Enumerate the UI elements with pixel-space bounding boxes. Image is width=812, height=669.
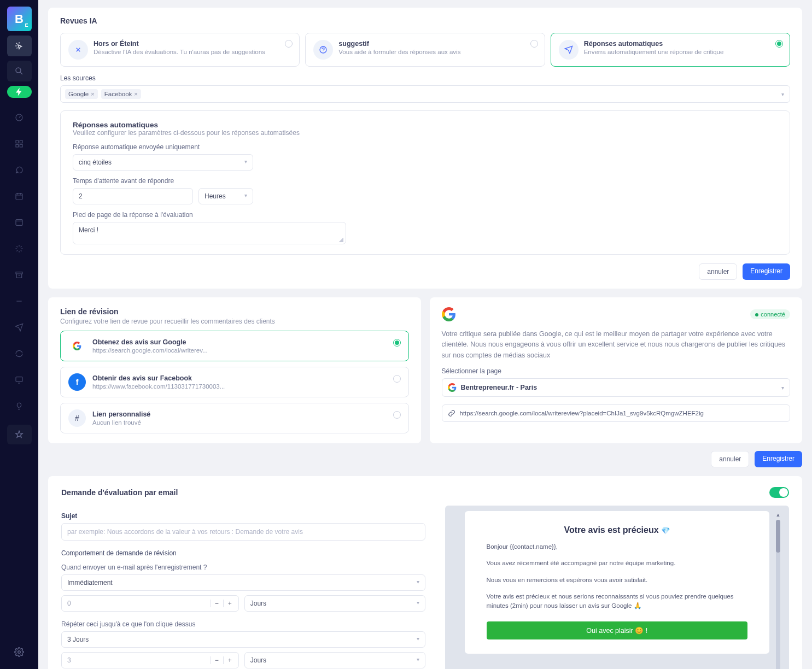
- nav-cursor[interactable]: [7, 36, 32, 56]
- cancel-button[interactable]: annuler: [711, 451, 749, 467]
- link-google-title: Obtenez des avis sur Google: [92, 338, 208, 346]
- connected-badge: connecté: [750, 309, 790, 319]
- link-google[interactable]: Obtenez des avis sur Google https://sear…: [60, 331, 409, 361]
- link-custom-title: Lien personnalisé: [92, 410, 150, 418]
- nav-calendar[interactable]: [7, 189, 32, 204]
- app-logo[interactable]: B: [7, 7, 32, 31]
- auto-response-panel: Réponses automatiques Veuillez configure…: [60, 110, 790, 255]
- mode-auto[interactable]: Réponses automatiques Enverra automatiqu…: [551, 33, 790, 67]
- nav-speed[interactable]: [7, 110, 32, 125]
- google-icon: [442, 307, 456, 321]
- wait-number-input[interactable]: 2: [73, 188, 193, 204]
- plus-button[interactable]: +: [223, 600, 236, 607]
- nav-window[interactable]: [7, 215, 32, 230]
- nav-bulb[interactable]: [7, 398, 32, 414]
- sources-input[interactable]: Google× Facebook× ▾: [60, 85, 790, 103]
- nav-settings[interactable]: [7, 642, 32, 662]
- email-toggle[interactable]: [769, 487, 789, 498]
- email-title: Demande d'évaluation par email: [61, 488, 178, 497]
- ai-reviews-title: Revues IA: [60, 16, 790, 25]
- link-google-url: https://search.google.com/local/writerev…: [92, 347, 208, 354]
- when-unit-select[interactable]: Jours▾: [244, 595, 425, 612]
- close-icon[interactable]: ×: [134, 91, 138, 97]
- plus-button[interactable]: +: [223, 656, 236, 664]
- refresh-icon: [15, 349, 24, 358]
- svg-rect-9: [16, 377, 22, 382]
- svg-rect-7: [16, 220, 22, 226]
- subject-input[interactable]: [61, 523, 425, 541]
- link-custom-url: Aucun lien trouvé: [92, 419, 150, 426]
- nav-search[interactable]: [7, 61, 32, 81]
- nav-star[interactable]: [7, 425, 32, 444]
- nav-sparkle[interactable]: [7, 241, 32, 256]
- preview-scrollbar[interactable]: ▲: [773, 512, 784, 669]
- link-custom[interactable]: # Lien personnalisé Aucun lien trouvé: [60, 403, 409, 433]
- repeat-select[interactable]: 3 Jours▾: [61, 631, 425, 648]
- wait-unit-select[interactable]: Heures▾: [198, 188, 253, 204]
- nav-display[interactable]: [7, 372, 32, 388]
- email-request-card: Demande d'évaluation par email Sujet Com…: [48, 476, 802, 669]
- sources-label: Les sources: [60, 74, 790, 82]
- nav-grid[interactable]: [7, 136, 32, 151]
- window-icon: [15, 218, 24, 227]
- nav-bolt[interactable]: [7, 86, 32, 98]
- svg-rect-2: [16, 140, 19, 143]
- review-url: https://search.google.com/local/writerev…: [460, 410, 704, 416]
- save-button[interactable]: Enregistrer: [755, 451, 802, 467]
- mode-cards: Hors or Éteint Désactive l'IA des évalua…: [60, 33, 790, 67]
- link-facebook[interactable]: f Obtenir des avis sur Facebook https://…: [60, 367, 409, 397]
- source-tag-facebook[interactable]: Facebook×: [101, 89, 141, 99]
- diamond-icon: 💎: [661, 526, 670, 535]
- star-icon: [15, 430, 24, 439]
- radio-icon: [393, 339, 401, 347]
- radio-icon: [393, 411, 401, 419]
- scroll-track[interactable]: [776, 520, 780, 669]
- minus-button[interactable]: −: [210, 656, 223, 664]
- select-page-label: Sélectionner la page: [442, 367, 791, 375]
- cursor-click-icon: [14, 41, 24, 51]
- when-number-stepper[interactable]: 0 − +: [61, 595, 239, 612]
- behavior-label: Comportement de demande de révision: [61, 549, 425, 557]
- scroll-up-icon[interactable]: ▲: [776, 512, 781, 518]
- radio-icon: [285, 40, 293, 48]
- close-icon[interactable]: ×: [91, 91, 95, 97]
- preview-p3: Nous vous en remercions et espérons vous…: [487, 576, 748, 585]
- svg-point-0: [16, 68, 21, 73]
- sent-only-select[interactable]: cinq étoiles▾: [73, 154, 253, 171]
- save-button[interactable]: Enregistrer: [743, 263, 790, 280]
- main-content: Revues IA Hors or Éteint Désactive l'IA …: [38, 0, 812, 669]
- svg-rect-6: [16, 193, 22, 199]
- mode-off[interactable]: Hors or Éteint Désactive l'IA des évalua…: [60, 33, 300, 67]
- nav-chat[interactable]: [7, 162, 32, 178]
- repeat-unit-select[interactable]: Jours▾: [244, 652, 425, 668]
- scroll-thumb[interactable]: [776, 520, 780, 553]
- when-select[interactable]: Immédiatement▾: [61, 574, 425, 591]
- nav-refresh[interactable]: [7, 346, 32, 361]
- mode-suggest-title: suggestif: [338, 40, 460, 48]
- minus-button[interactable]: −: [210, 600, 223, 607]
- review-link-title: Lien de révision: [60, 307, 409, 316]
- preview-cta-button[interactable]: Oui avec plaisir 😊 !: [487, 621, 748, 639]
- repeat-number-stepper[interactable]: 3 − +: [61, 652, 239, 668]
- svg-rect-8: [16, 272, 22, 274]
- preview-p2: Vous avez récemment été accompagné par n…: [487, 559, 748, 568]
- bolt-icon: [14, 87, 24, 97]
- review-url-box[interactable]: https://search.google.com/local/writerev…: [442, 404, 791, 422]
- nav-send[interactable]: [7, 320, 32, 335]
- when-label: Quand envoyer un e-mail après l'enregist…: [61, 564, 425, 571]
- source-tag-google[interactable]: Google×: [65, 89, 98, 99]
- link-facebook-url: https://www.facebook.com/113031771730003…: [92, 383, 225, 390]
- preview-p4: Votre avis est précieux et nous serions …: [487, 592, 748, 611]
- footer-label: Pied de page de la réponse à l'évaluatio…: [73, 211, 778, 219]
- nav-minus[interactable]: [7, 294, 32, 309]
- footer-textarea[interactable]: Merci !: [73, 222, 346, 244]
- email-preview: Votre avis est précieux 💎 Bonjour {{cont…: [465, 511, 770, 654]
- mode-suggest[interactable]: suggestif Vous aide à formuler des répon…: [305, 33, 545, 67]
- google-panel: connecté Votre critique sera publiée dan…: [430, 297, 803, 443]
- page-select[interactable]: Bentrepreneur.fr - Paris ▾: [442, 378, 791, 397]
- cancel-button[interactable]: annuler: [699, 263, 737, 280]
- email-preview-pane: ▲ Votre avis est précieux 💎 Bonjour {{co…: [445, 506, 790, 669]
- google-icon: [68, 337, 86, 355]
- mode-auto-title: Réponses automatiques: [584, 40, 724, 48]
- nav-archive[interactable]: [7, 267, 32, 283]
